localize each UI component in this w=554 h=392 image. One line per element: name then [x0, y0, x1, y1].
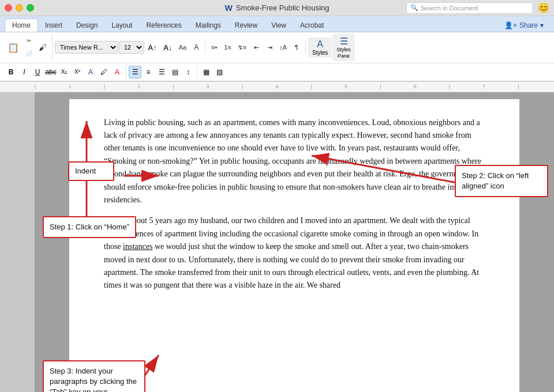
search-placeholder: Search in Document: [421, 5, 478, 12]
format-painter-button[interactable]: 🖌: [36, 41, 50, 54]
search-box[interactable]: 🔍 Search in Document: [406, 2, 533, 14]
add-person-icon: 👤+: [504, 21, 517, 29]
share-label: Share: [519, 21, 538, 29]
maximize-button[interactable]: [27, 4, 34, 12]
justify-button[interactable]: ▤: [169, 66, 181, 78]
chevron-down-icon: ▾: [540, 21, 544, 29]
alignment-group: ☰ ≡ ☰ ▤ ↕: [129, 66, 197, 78]
paragraph-group: ≡• 1≡ ↯≡ ⇤ ⇥ ↕A ¶: [208, 41, 306, 54]
step1-annotation: Step 1: Click on “Home”: [43, 216, 136, 238]
change-case-button[interactable]: Aa: [176, 41, 189, 54]
styles-pane-icon: ☰: [340, 36, 348, 47]
align-right-button[interactable]: ☰: [155, 66, 168, 78]
step1-label: Step 1: Click on “Home”: [50, 223, 129, 231]
step3-label: Step 3: Indent your paragraphs by clicki…: [50, 367, 137, 392]
word-icon: W: [224, 3, 232, 13]
window-controls[interactable]: [5, 4, 34, 12]
tab-review[interactable]: Review: [228, 19, 264, 32]
superscript-button[interactable]: X²: [71, 66, 84, 78]
toolbar-row1: 📋 ✂ 📄 🖌 Times New R... 12 A↑ A↓ Aa A ≡• …: [0, 32, 554, 63]
highlight-button[interactable]: 🖊: [98, 66, 110, 78]
styles-pane-label: StylesPane: [336, 47, 351, 59]
shading-button[interactable]: ▧: [213, 66, 226, 78]
borders-button[interactable]: ▦: [200, 66, 212, 78]
instances-text: instances: [123, 242, 152, 251]
ruler-marks: |1|2| 3|4|5 |6|7|: [35, 84, 519, 89]
paste-button[interactable]: 📋: [5, 41, 22, 54]
user-icon: 😊: [538, 2, 549, 13]
window-title-area: W Smoke-Free Public Housing: [224, 3, 329, 13]
share-button[interactable]: 👤+ Share ▾: [499, 19, 549, 32]
font-group: Times New R... 12 A↑ A↓ Aa A: [55, 41, 205, 54]
styles-button[interactable]: A Styles: [308, 37, 332, 58]
align-center-button[interactable]: ≡: [142, 66, 155, 78]
align-left-button[interactable]: ☰: [129, 66, 141, 78]
font-color-button[interactable]: A: [84, 66, 97, 78]
decrease-font-size-button[interactable]: A↓: [160, 41, 175, 54]
copy-button[interactable]: 📄: [23, 48, 35, 61]
tab-references[interactable]: References: [139, 19, 188, 32]
tab-insert[interactable]: Insert: [38, 19, 69, 32]
title-bar-right: 🔍 Search in Document 😊: [406, 2, 549, 14]
step2-annotation: Step 2: Click on “left aligned” icon: [455, 165, 548, 197]
styles-pane-button[interactable]: ☰ StylesPane: [332, 34, 355, 61]
multilevel-list-button[interactable]: ↯≡: [235, 41, 249, 54]
tab-home[interactable]: Home: [5, 18, 38, 32]
document-area: Living in public housing, such as an apa…: [0, 92, 554, 392]
strikethrough-button[interactable]: abc: [44, 66, 57, 78]
border-group: ▦ ▧: [200, 66, 228, 78]
text-color-button[interactable]: A: [111, 66, 123, 78]
bold-button[interactable]: B: [5, 66, 17, 78]
left-sidebar: [0, 92, 35, 392]
document-page: Living in public housing, such as an apa…: [69, 99, 519, 392]
decrease-indent-button[interactable]: ⇤: [250, 41, 263, 54]
tab-mailings[interactable]: Mailings: [189, 19, 228, 32]
toolbar-row2: B I U abc X₂ X² A 🖊 A ☰ ≡ ☰ ▤ ↕ ▦ ▧: [0, 63, 554, 82]
styles-group: A Styles ☰ StylesPane: [308, 34, 357, 61]
styles-icon: A: [317, 39, 323, 50]
increase-indent-button[interactable]: ⇥: [263, 41, 276, 54]
minimize-button[interactable]: [16, 4, 23, 12]
step2-label: Step 2: Click on “left aligned” icon: [462, 171, 529, 190]
numbering-button[interactable]: 1≡: [221, 41, 234, 54]
paragraph-1: Living in public housing, such as an apa…: [104, 116, 485, 207]
styles-label: Styles: [312, 50, 328, 56]
increase-font-size-button[interactable]: A↑: [145, 41, 160, 54]
clipboard-group: 📋 ✂ 📄 🖌: [5, 35, 53, 61]
font-name-select[interactable]: Times New R...: [55, 41, 118, 54]
bullets-button[interactable]: ≡•: [208, 41, 220, 54]
ruler: |1|2| 3|4|5 |6|7|: [0, 82, 554, 92]
line-spacing-button[interactable]: ↕: [182, 66, 194, 78]
font-size-select[interactable]: 12: [119, 41, 144, 54]
tab-acrobat[interactable]: Acrobat: [293, 19, 331, 32]
paragraph-2: About 5 years ago my husband, our two ch…: [104, 214, 485, 292]
indent-annotation: Indent: [68, 161, 114, 181]
indent-label: Indent: [75, 167, 96, 175]
text-format-group: B I U abc X₂ X² A 🖊 A: [5, 66, 126, 78]
subscript-button[interactable]: X₂: [58, 66, 70, 78]
tab-design[interactable]: Design: [69, 19, 104, 32]
document-title: Smoke-Free Public Housing: [236, 3, 330, 12]
underline-button[interactable]: U: [31, 66, 44, 78]
italic-button[interactable]: I: [18, 66, 31, 78]
show-formatting-button[interactable]: ¶: [290, 41, 303, 54]
ribbon-tabs: Home Insert Design Layout References Mai…: [0, 16, 554, 32]
close-button[interactable]: [5, 4, 12, 12]
sort-button[interactable]: ↕A: [276, 41, 290, 54]
title-bar: W Smoke-Free Public Housing 🔍 Search in …: [0, 0, 554, 16]
cut-button[interactable]: ✂: [23, 35, 35, 47]
search-icon: 🔍: [410, 4, 418, 12]
tab-view[interactable]: View: [264, 19, 293, 32]
step3-annotation: Step 3: Indent your paragraphs by clicki…: [43, 360, 145, 392]
tab-layout[interactable]: Layout: [104, 19, 139, 32]
clear-formatting-button[interactable]: A: [190, 41, 203, 54]
